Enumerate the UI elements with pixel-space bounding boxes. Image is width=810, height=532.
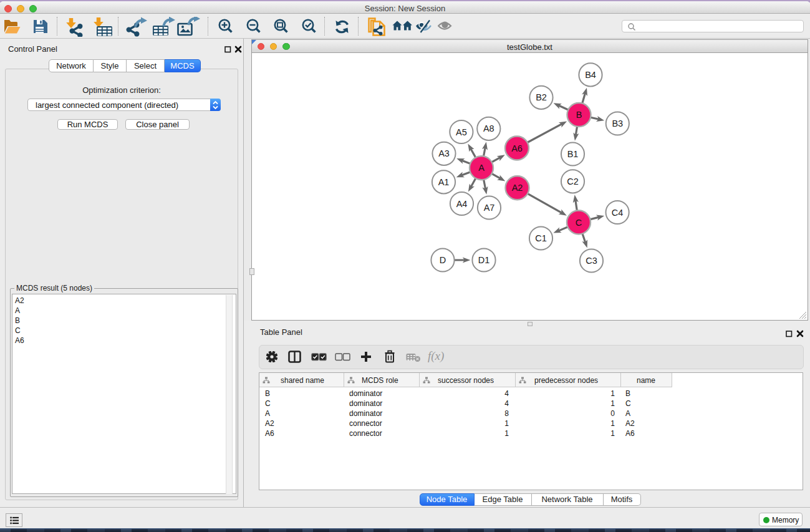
svg-text:A7: A7 <box>484 203 495 213</box>
svg-text:D1: D1 <box>478 255 490 265</box>
svg-text:A1: A1 <box>438 177 450 187</box>
svg-text:B: B <box>576 110 582 120</box>
svg-text:A: A <box>478 163 485 173</box>
svg-text:A8: A8 <box>483 123 494 133</box>
svg-text:C3: C3 <box>586 256 597 266</box>
svg-text:B2: B2 <box>536 92 547 102</box>
svg-text:A2: A2 <box>512 183 523 193</box>
svg-text:A4: A4 <box>456 199 468 209</box>
svg-text:A3: A3 <box>438 148 450 158</box>
svg-text:B1: B1 <box>567 149 579 159</box>
svg-text:C4: C4 <box>612 208 624 218</box>
svg-text:B4: B4 <box>585 70 596 80</box>
svg-text:B3: B3 <box>612 118 623 128</box>
svg-text:C2: C2 <box>567 177 579 186</box>
svg-text:A6: A6 <box>511 143 523 153</box>
svg-text:A5: A5 <box>456 127 467 137</box>
svg-text:C: C <box>576 218 582 228</box>
svg-text:D: D <box>440 255 446 265</box>
svg-text:C1: C1 <box>535 233 547 243</box>
